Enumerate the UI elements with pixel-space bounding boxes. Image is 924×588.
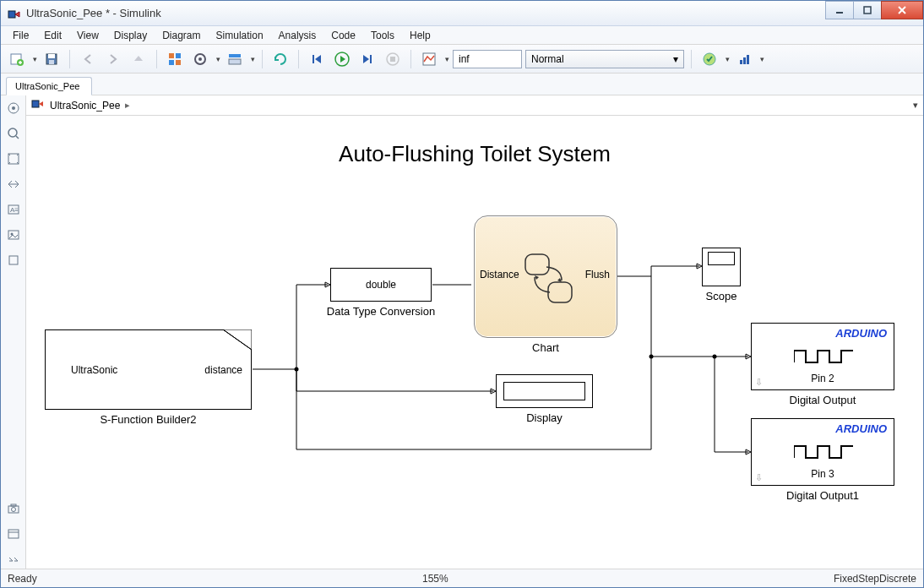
titlebar: UltraSonic_Pee * - Simulink bbox=[1, 1, 923, 26]
block-stateflow-chart[interactable]: Distance Flush bbox=[474, 215, 617, 338]
svg-rect-46 bbox=[525, 254, 549, 275]
breadcrumb-model[interactable]: UltraSonic_Pee bbox=[50, 100, 120, 112]
simulation-mode-select[interactable]: Normal ▾ bbox=[525, 50, 684, 68]
explorer-dropdown-icon[interactable]: ▾ bbox=[251, 55, 255, 63]
toolbar-separator bbox=[298, 50, 299, 68]
svg-rect-24 bbox=[390, 57, 395, 62]
window-controls bbox=[826, 1, 923, 25]
menu-analysis[interactable]: Analysis bbox=[272, 28, 323, 43]
save-button[interactable] bbox=[41, 48, 63, 70]
toolbar-separator bbox=[410, 50, 411, 68]
menu-edit[interactable]: Edit bbox=[37, 28, 68, 43]
toolbar-separator bbox=[69, 50, 70, 68]
toolbar-separator bbox=[156, 50, 157, 68]
screenshot-button[interactable] bbox=[4, 499, 23, 518]
svg-rect-29 bbox=[747, 55, 749, 64]
zoom-button[interactable] bbox=[4, 124, 23, 143]
status-zoom: 155% bbox=[37, 573, 834, 585]
breadcrumb-arrow-icon: ▸ bbox=[125, 100, 130, 111]
svg-rect-10 bbox=[48, 54, 55, 58]
svg-rect-45 bbox=[32, 101, 39, 107]
build-dropdown-icon[interactable]: ▾ bbox=[760, 55, 764, 63]
advisor-dropdown-icon[interactable]: ▾ bbox=[726, 55, 730, 63]
model-config-button[interactable] bbox=[189, 48, 211, 70]
svg-rect-42 bbox=[11, 504, 16, 506]
statusbar: Ready 155% FixedStepDiscrete bbox=[1, 569, 923, 587]
forward-button[interactable] bbox=[102, 48, 124, 70]
svg-rect-28 bbox=[743, 57, 746, 64]
svg-rect-39 bbox=[9, 256, 18, 264]
image-button[interactable] bbox=[4, 226, 23, 244]
build-button[interactable] bbox=[733, 48, 755, 70]
step-forward-button[interactable] bbox=[356, 48, 378, 70]
new-model-dropdown-icon[interactable]: ▾ bbox=[33, 55, 37, 63]
fit-to-view-button[interactable] bbox=[4, 150, 23, 168]
svg-line-33 bbox=[16, 136, 19, 139]
menu-tools[interactable]: Tools bbox=[364, 28, 401, 43]
toggle-perspective-button[interactable] bbox=[4, 175, 23, 193]
block-data-type-conversion[interactable]: double bbox=[330, 268, 432, 302]
block-digital-output-1[interactable]: ARDUINO Pin 2 ⇩ bbox=[751, 323, 894, 390]
menu-code[interactable]: Code bbox=[324, 28, 362, 43]
diagram-canvas[interactable]: Auto-Flushing Toilet System UltraSonic d… bbox=[26, 116, 923, 569]
canvas-area: UltraSonic_Pee ▸ ▾ Auto-Flushing Toilet … bbox=[26, 95, 923, 569]
tab-label: UltraSonic_Pee bbox=[15, 81, 79, 91]
annotation-button[interactable]: A≡ bbox=[4, 200, 23, 219]
hide-browser-button[interactable] bbox=[4, 99, 23, 117]
block-scope[interactable] bbox=[702, 248, 741, 286]
menu-diagram[interactable]: Diagram bbox=[155, 28, 207, 43]
chart-in-label: Distance bbox=[480, 269, 519, 280]
sfun-label: S-Function Builder2 bbox=[45, 413, 252, 426]
menu-simulation[interactable]: Simulation bbox=[209, 28, 270, 43]
breadcrumb-bar: UltraSonic_Pee ▸ ▾ bbox=[26, 95, 923, 116]
run-button[interactable] bbox=[331, 48, 353, 70]
block-digital-output-2[interactable]: ARDUINO Pin 3 ⇩ bbox=[751, 418, 894, 486]
arduino-brand-label: ARDUINO bbox=[835, 422, 887, 435]
simulink-icon bbox=[8, 7, 21, 20]
simulation-data-inspector-button[interactable] bbox=[418, 48, 440, 70]
block-sfunction-builder[interactable]: UltraSonic distance bbox=[45, 329, 252, 410]
stop-button[interactable] bbox=[382, 48, 404, 70]
window-title: UltraSonic_Pee * - Simulink bbox=[26, 7, 826, 19]
maximize-button[interactable] bbox=[853, 1, 882, 19]
close-button[interactable] bbox=[881, 1, 923, 19]
step-back-button[interactable] bbox=[306, 48, 328, 70]
config-dropdown-icon[interactable]: ▾ bbox=[216, 55, 220, 63]
svg-rect-11 bbox=[49, 60, 54, 64]
block-display[interactable] bbox=[496, 374, 593, 408]
chart-label: Chart bbox=[474, 341, 617, 354]
menu-file[interactable]: File bbox=[6, 28, 35, 43]
menu-view[interactable]: View bbox=[70, 28, 106, 43]
more-button[interactable] bbox=[4, 550, 23, 569]
status-left: Ready bbox=[8, 573, 37, 585]
toolbar-separator bbox=[691, 50, 692, 68]
menu-display[interactable]: Display bbox=[107, 28, 154, 43]
up-button[interactable] bbox=[128, 48, 149, 70]
toolbar-separator bbox=[262, 50, 263, 68]
model-advisor-button[interactable] bbox=[698, 48, 720, 70]
library-browser-button[interactable] bbox=[164, 48, 186, 70]
tabstrip: UltraSonic_Pee bbox=[1, 74, 923, 95]
left-palette: A≡ bbox=[1, 95, 26, 569]
new-model-button[interactable] bbox=[6, 48, 28, 70]
menu-help[interactable]: Help bbox=[403, 28, 438, 43]
input-arrow-icon: ⇩ bbox=[755, 472, 763, 483]
dtc-label: Data Type Conversion bbox=[313, 305, 448, 318]
svg-text:A≡: A≡ bbox=[10, 206, 19, 214]
back-button[interactable] bbox=[77, 48, 99, 70]
update-diagram-button[interactable] bbox=[269, 48, 291, 70]
svg-point-50 bbox=[650, 355, 654, 359]
display-label: Display bbox=[496, 411, 593, 424]
stop-time-input[interactable] bbox=[453, 50, 522, 68]
area-button[interactable] bbox=[4, 251, 23, 270]
model-tab[interactable]: UltraSonic_Pee bbox=[6, 77, 92, 95]
app-window: UltraSonic_Pee * - Simulink File Edit Vi… bbox=[0, 0, 924, 588]
minimize-button[interactable] bbox=[825, 1, 854, 19]
bookmark-button[interactable] bbox=[4, 525, 23, 543]
svg-rect-43 bbox=[8, 530, 19, 538]
breadcrumb-menu-icon[interactable]: ▾ bbox=[913, 100, 918, 111]
svg-point-48 bbox=[295, 368, 299, 372]
sdi-dropdown-icon[interactable]: ▾ bbox=[445, 55, 449, 63]
model-explorer-button[interactable] bbox=[224, 48, 246, 70]
status-solver: FixedStepDiscrete bbox=[834, 573, 916, 585]
